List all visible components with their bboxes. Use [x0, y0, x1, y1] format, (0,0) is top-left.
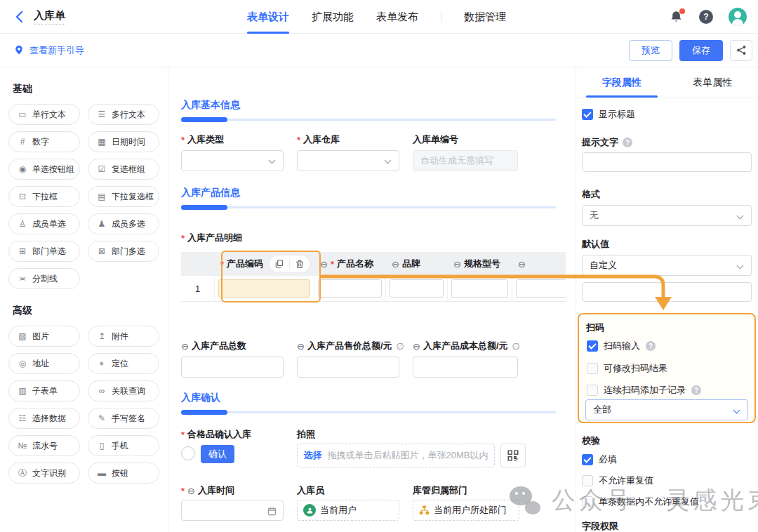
help-icon[interactable]: ? [623, 138, 632, 147]
palette-item[interactable]: ⌖定位 [88, 353, 159, 374]
scan-scope-select[interactable]: 全部 [585, 399, 748, 420]
palette-item[interactable]: ▯手机 [88, 435, 159, 456]
trash-icon[interactable] [290, 260, 310, 269]
checkbox-option[interactable]: 扫码输入? [587, 340, 656, 352]
total-input[interactable] [413, 357, 518, 378]
palette-item[interactable]: ▨图片 [8, 326, 80, 347]
nav-tab-4[interactable]: 数据管理 [464, 0, 506, 34]
preview-button[interactable]: 预览 [629, 40, 672, 61]
field-label-order-no[interactable]: 入库单编号 [413, 133, 458, 146]
field-label-photo[interactable]: 拍照 [297, 428, 315, 441]
palette-item[interactable]: ◎地址 [8, 353, 80, 374]
palette-item[interactable]: ⊞部门单选 [8, 241, 80, 262]
subform-column-header[interactable]: ⊖*产品名称 [314, 252, 386, 276]
checkbox-unchecked-icon[interactable] [582, 496, 593, 507]
palette-item[interactable]: ✎手写签名 [88, 408, 159, 429]
checkbox-checked-icon[interactable] [582, 109, 593, 120]
field-label-dept[interactable]: 库管归属部门 [413, 484, 467, 497]
nav-tab-1[interactable]: 表单设计 [247, 0, 289, 34]
subform-cell[interactable] [215, 276, 314, 301]
form-title[interactable]: 入库单 [34, 9, 65, 25]
field-label-confirm[interactable]: *合格品确认入库 [181, 428, 251, 441]
subform-column-header[interactable]: ⊖ [512, 252, 566, 276]
field-label-time[interactable]: *⊖入库时间 [181, 484, 234, 497]
field-label-total[interactable]: ⊖入库产品总数 [181, 340, 246, 352]
subform-cell[interactable] [386, 276, 448, 301]
palette-item[interactable]: ▤下拉复选框 [88, 186, 159, 207]
checkbox-option[interactable]: 可修改扫码结果 [587, 362, 667, 375]
section-title-basic-info[interactable]: 入库基本信息 [181, 99, 240, 112]
palette-item[interactable]: #数字 [8, 131, 80, 152]
user-avatar[interactable] [729, 8, 747, 26]
help-icon[interactable]: ? [699, 10, 713, 24]
checkbox-option[interactable]: 单条数据内不允许重复值 [582, 496, 699, 508]
share-button[interactable] [730, 40, 752, 61]
checkbox-checked-icon[interactable] [582, 454, 593, 465]
cell-input[interactable] [390, 279, 444, 298]
palette-item[interactable]: ≍分割线 [8, 268, 80, 289]
palette-item[interactable]: Ⓐ文字识别 [8, 463, 80, 484]
help-icon[interactable]: ? [646, 341, 656, 351]
back-icon[interactable] [11, 9, 27, 25]
nav-tab-2[interactable]: 扩展功能 [312, 0, 354, 34]
palette-item[interactable]: ◉单选按钮组 [8, 159, 80, 180]
palette-item[interactable]: ∞关联查询 [88, 380, 159, 401]
palette-item[interactable]: ⊠部门多选 [88, 241, 159, 262]
qr-scan-button[interactable] [500, 444, 526, 467]
palette-item[interactable]: ↥附件 [88, 326, 159, 347]
field-label-subform[interactable]: *入库产品明细 [181, 232, 242, 244]
palette-item[interactable]: ⊡下拉框 [8, 186, 80, 207]
subform-cell[interactable] [512, 276, 566, 301]
palette-item[interactable]: ▭单行文本 [8, 104, 80, 125]
subform-cell[interactable] [314, 276, 386, 301]
palette-item[interactable]: ☑复选框组 [88, 159, 159, 180]
confirm-button[interactable]: 确认 [201, 445, 234, 463]
format-select[interactable]: 无 [582, 205, 752, 226]
checkbox-unchecked-icon[interactable] [587, 385, 598, 396]
checkbox-option[interactable]: 不允许重复值 [582, 474, 653, 487]
palette-item[interactable]: ♙成员单选 [8, 213, 80, 234]
palette-item[interactable]: №流水号 [8, 435, 80, 456]
storage-type-select[interactable] [181, 150, 284, 171]
subform-column-header[interactable]: *产品编码 [215, 252, 314, 276]
subform-column-header[interactable]: ⊖品牌 [386, 252, 448, 276]
default-custom-input[interactable] [582, 282, 752, 302]
show-title-option[interactable]: 显示标题 [582, 108, 635, 121]
guide-link[interactable]: 查看新手引导 [14, 44, 84, 57]
palette-item[interactable]: ☷选择数据 [8, 408, 80, 429]
palette-item[interactable]: ☰多行文本 [88, 104, 159, 125]
subform-cell[interactable] [448, 276, 512, 301]
field-label-operator[interactable]: 入库员 [297, 484, 324, 497]
section-title-confirm[interactable]: 入库确认 [181, 392, 220, 404]
cell-input[interactable] [318, 279, 382, 298]
section-title-product-info[interactable]: 入库产品信息 [181, 187, 240, 199]
total-input[interactable] [181, 357, 284, 378]
palette-item[interactable]: ♟成员多选 [88, 213, 159, 234]
confirm-radio[interactable] [181, 446, 195, 460]
palette-item[interactable]: ▬按钮 [88, 463, 159, 484]
default-value-select[interactable]: 自定义 [582, 255, 752, 276]
field-label-total[interactable]: ⊖入库产品成本总额/元∅ [413, 340, 520, 352]
field-label-warehouse[interactable]: *入库仓库 [297, 133, 340, 146]
nav-tab-3[interactable]: 表单发布 [376, 0, 418, 34]
palette-item[interactable]: ▦日期时间 [88, 131, 159, 152]
warehouse-select[interactable] [297, 150, 399, 171]
time-input[interactable] [181, 500, 284, 521]
prop-tab-1[interactable]: 字段属性 [576, 67, 667, 98]
operator-field[interactable]: 当前用户 [297, 500, 399, 521]
photo-upload-area[interactable]: 选择 拖拽或单击后粘贴图片，单张20MB以内 [297, 444, 495, 467]
total-input[interactable] [297, 357, 399, 378]
dept-field[interactable]: 当前用户所处部门 [413, 500, 519, 521]
checkbox-unchecked-icon[interactable] [587, 363, 598, 374]
help-icon[interactable]: ? [691, 385, 701, 395]
save-button[interactable]: 保存 [679, 40, 723, 61]
cell-input[interactable] [516, 279, 566, 298]
hint-text-input[interactable] [582, 152, 752, 172]
checkbox-option[interactable]: 必填 [582, 453, 617, 466]
prop-tab-2[interactable]: 表单属性 [667, 67, 758, 98]
cell-input[interactable] [451, 279, 508, 298]
checkbox-checked-icon[interactable] [587, 340, 598, 352]
copy-icon[interactable] [270, 260, 289, 268]
field-label-total[interactable]: ⊖入库产品售价总额/元∅ [297, 340, 404, 352]
field-label-storage-type[interactable]: *入库类型 [181, 133, 224, 146]
